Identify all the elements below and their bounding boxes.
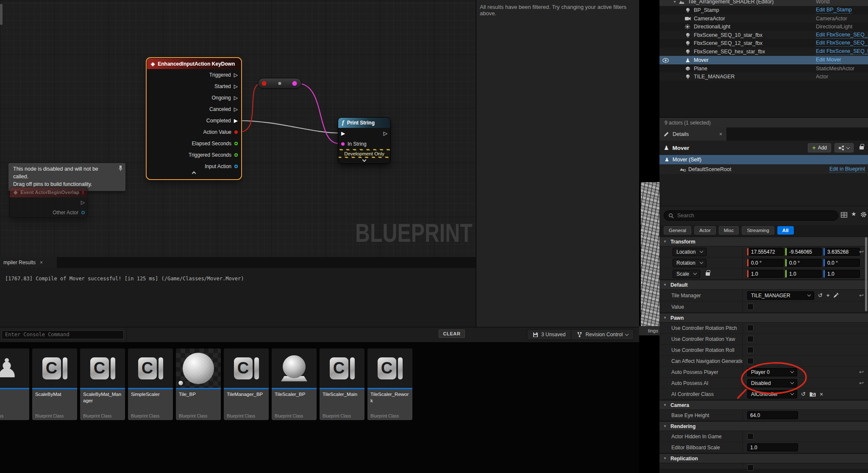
reset-to-default-button[interactable]: ↩ (859, 292, 864, 299)
scale-z-field[interactable]: 1.0 (823, 270, 860, 278)
clear-value-icon[interactable]: × (820, 391, 823, 398)
exec-pin-out[interactable]: ▷ (81, 200, 85, 205)
rotation-y-field[interactable]: 0.0 ° (785, 259, 822, 267)
close-icon[interactable]: × (40, 260, 43, 266)
knot-output-pin[interactable] (292, 81, 297, 86)
ai-controller-class-dropdown[interactable]: AIController (747, 390, 797, 398)
tile-manager-dropdown[interactable]: TILE_MANAGER (747, 291, 814, 300)
favorites-star-icon[interactable]: ★ (851, 210, 857, 217)
outliner-row[interactable]: FbxScene_SEQ_hex_star_fbx Edit FbxScene_… (659, 47, 868, 56)
auto-possess-ai-dropdown[interactable]: Disabled (747, 379, 797, 387)
scale-x-field[interactable]: 1.0 (747, 270, 784, 278)
reset-to-default-button[interactable]: ↩ (859, 369, 864, 375)
asset-card[interactable]: C TileManager_BP Blueprint Class (224, 349, 269, 420)
node-tostring-conversion[interactable] (258, 78, 302, 89)
data-pin-other-actor[interactable] (81, 211, 85, 214)
edit-blueprint-link[interactable]: Edit FbxScene_SEQ_h (816, 48, 868, 55)
billboard-scale-field[interactable]: 1.0 (747, 443, 798, 451)
location-mode-dropdown[interactable]: Location (673, 248, 707, 256)
asset-card[interactable]: ♟ er int Class (0, 349, 29, 420)
rotation-mode-dropdown[interactable]: Rotation (673, 259, 707, 267)
edit-in-blueprint-link[interactable]: Edit in Blueprint (829, 166, 865, 172)
location-y-field[interactable]: -9.546065 (785, 248, 822, 256)
section-default[interactable]: ▼ Default (659, 279, 868, 290)
use-controller-rotation-pitch-checkbox[interactable] (747, 325, 754, 331)
collapse-chevron-icon[interactable] (192, 171, 196, 176)
reset-to-default-button[interactable]: ↩ (859, 249, 864, 255)
outliner-row[interactable]: BP_Stamp Edit BP_Stamp (659, 6, 868, 14)
asset-card[interactable]: C ScaleByMat Blueprint Class (32, 349, 77, 420)
clear-button[interactable]: CLEAR (439, 329, 465, 338)
data-pin-action-value[interactable] (234, 130, 238, 134)
asset-card[interactable]: Tile_BP Blueprint Class (176, 349, 221, 420)
node-event-actor-begin-overlap[interactable]: ◈ Event ActorBeginOverlap ▷ Other Actor (9, 187, 88, 218)
edit-blueprint-link[interactable]: Edit Mover (816, 57, 841, 63)
section-transform[interactable]: ▼ Transform (659, 236, 868, 246)
location-x-field[interactable]: 17.555472 (747, 248, 784, 256)
console-command-input[interactable]: Enter Console Command (2, 330, 124, 339)
exec-pin-ongoing[interactable]: ▷ (234, 95, 238, 100)
asset-card[interactable]: C SimpleScaler Blueprint Class (128, 349, 173, 420)
asset-card[interactable]: C TileScaler_Rework Blueprint Class (367, 349, 412, 420)
revision-control-button[interactable]: Revision Control (571, 329, 634, 340)
eyedropper-icon[interactable] (833, 293, 839, 298)
edit-blueprint-link[interactable]: Edit FbxScene_SEQ_1 (816, 32, 868, 38)
node-header[interactable]: f Print String (338, 118, 390, 128)
section-replication[interactable]: ▼ Replication (659, 453, 868, 463)
knot-input-pin[interactable] (262, 81, 267, 86)
actor-hidden-checkbox[interactable] (747, 433, 754, 440)
settings-gear-icon[interactable] (860, 211, 867, 218)
visibility-eye-icon[interactable] (662, 58, 669, 63)
node-print-string[interactable]: f Print String ▶ ▷ In String Development… (338, 117, 391, 164)
tab-details[interactable]: Details × (659, 127, 726, 141)
can-affect-navigation-checkbox[interactable] (747, 358, 754, 364)
details-scrollbar[interactable] (865, 237, 867, 311)
search-input[interactable]: Search (664, 210, 838, 221)
filter-misc[interactable]: Misc (719, 226, 739, 235)
blueprint-graph-canvas[interactable]: BLUEPRINT ◈ EnhancedInputAction KeyDown … (0, 0, 476, 257)
scale-mode-dropdown[interactable]: Scale (673, 270, 700, 278)
auto-possess-player-dropdown[interactable]: Player 0 (747, 368, 797, 376)
outliner-row[interactable]: FbxScene_SEQ_10_star_fbx Edit FbxScene_S… (659, 31, 868, 39)
tab-compiler-results[interactable]: mpiler Results × (0, 257, 57, 268)
component-row-self[interactable]: ♟ Mover (Self) (659, 155, 868, 164)
asset-card[interactable]: TileScaler_BP Blueprint Class (272, 349, 317, 420)
filter-streaming[interactable]: Streaming (742, 226, 774, 235)
value-checkbox[interactable] (747, 304, 754, 310)
node-enhanced-input-keydown[interactable]: ◈ EnhancedInputAction KeyDown Triggered▷… (147, 58, 241, 179)
expand-chevron-icon[interactable] (362, 158, 367, 162)
display-grid-icon[interactable] (841, 212, 847, 218)
node-header[interactable]: ◈ Event ActorBeginOverlap (10, 187, 88, 197)
use-selected-asset-icon[interactable]: ↺ (818, 292, 823, 299)
data-pin-input-action[interactable] (234, 165, 238, 168)
location-z-field[interactable]: 3.635268 (823, 248, 860, 256)
outliner-row[interactable]: Plane StaticMeshActor (659, 64, 868, 73)
outliner-row[interactable]: CameraActor CameraActor (659, 14, 868, 23)
outliner-row[interactable]: TILE_MANAGER Actor (659, 72, 868, 81)
expand-triangle-icon[interactable]: ▼ (673, 0, 676, 4)
node-header[interactable]: ◈ EnhancedInputAction KeyDown (147, 58, 241, 69)
unsaved-button[interactable]: 3 Unsaved (527, 329, 571, 340)
reset-to-default-button[interactable]: ↩ (859, 380, 864, 386)
rotation-x-field[interactable]: 0.0 ° (747, 259, 784, 267)
use-controller-rotation-roll-checkbox[interactable] (747, 347, 754, 353)
data-pin-elapsed-seconds[interactable] (234, 142, 238, 145)
exec-pin-out[interactable]: ▷ (384, 131, 387, 136)
use-controller-rotation-yaw-checkbox[interactable] (747, 336, 754, 342)
section-camera[interactable]: ▼ Camera (659, 400, 868, 410)
asset-card[interactable]: C ScaleByMat_Manager Blueprint Class (80, 349, 125, 420)
filter-actor[interactable]: Actor (694, 226, 716, 235)
replication-checkbox[interactable] (747, 465, 754, 471)
edit-blueprint-link[interactable]: Edit FbxScene_SEQ_1 (816, 40, 868, 46)
select-in-scene-icon[interactable]: ⌖ (826, 292, 829, 299)
exec-pin-completed[interactable]: ▶ (234, 118, 238, 123)
add-component-button[interactable]: + Add (808, 143, 831, 152)
settings-button-cutoff[interactable]: tings (639, 326, 659, 335)
component-picker-button[interactable] (835, 143, 854, 152)
component-row-scene-root[interactable]: DefaultSceneRoot Edit in Blueprint (659, 164, 868, 174)
exec-pin-in[interactable]: ▶ (341, 131, 345, 136)
section-pawn[interactable]: ▼ Pawn (659, 313, 868, 323)
outliner-row[interactable]: DirectionalLight DirectionalLight (659, 22, 868, 31)
exec-pin-canceled[interactable]: ▷ (234, 107, 238, 112)
section-rendering[interactable]: ▼ Rendering (659, 421, 868, 431)
